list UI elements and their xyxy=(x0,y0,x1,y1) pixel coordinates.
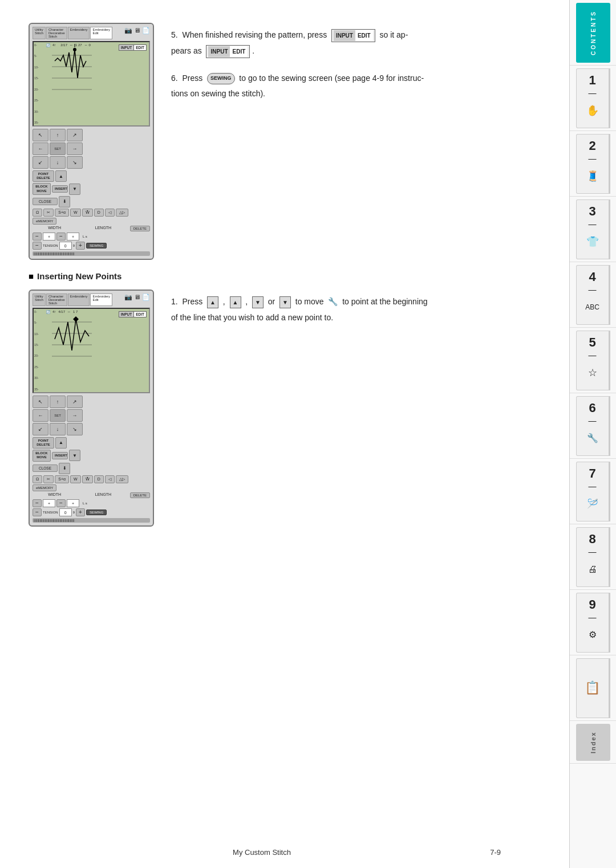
tension-minus-2[interactable]: − xyxy=(33,508,42,516)
utility-stitch-tab-2[interactable]: UtilityStitch xyxy=(33,294,46,306)
tab-w2-2[interactable]: W̃ xyxy=(82,475,93,483)
nav-down-2[interactable]: ↓ xyxy=(50,423,66,435)
scroll-down-2[interactable]: ▼ xyxy=(69,450,80,461)
sewing-btn-1[interactable]: SEWING xyxy=(86,243,107,248)
nav-right-2[interactable]: → xyxy=(67,409,83,422)
point-delete-btn-2[interactable]: POINTDELETE xyxy=(33,437,54,449)
tab-arr-2[interactable]: ◁ xyxy=(105,475,115,483)
sidebar-index-tab[interactable]: Index xyxy=(570,721,616,764)
scroll-bot-2[interactable]: ⬇ xyxy=(59,463,70,474)
close-btn-2[interactable]: CLOSE xyxy=(33,464,58,472)
comma-1: , xyxy=(223,297,225,306)
ruler2-0: 0- xyxy=(34,310,44,313)
nav-set-2[interactable]: SET xyxy=(50,409,66,422)
action-row-1: POINTDELETE ▲ BLOCKMOVE INSERT ▼ CLOSE ⬇ xyxy=(33,170,150,207)
ruler2-35: 35- xyxy=(34,388,44,391)
tab-4-number: 4 xyxy=(589,271,595,283)
sidebar-tab-2[interactable]: 2 — 🧵 xyxy=(570,131,616,197)
nav-left-2[interactable]: ← xyxy=(33,409,48,422)
sidebar-tab-9[interactable]: 9 — ⚙ xyxy=(570,590,616,655)
tab-memory-2[interactable]: eMEMORY xyxy=(33,484,56,491)
nav-topleft-2[interactable]: ↖ xyxy=(33,396,48,408)
nav-topleft-1[interactable]: ↖ xyxy=(33,129,48,141)
embroidery-edit-tab-2[interactable]: EmbroideryEdit xyxy=(90,294,112,306)
tab-tri-2[interactable]: △▷ xyxy=(116,475,128,483)
tab-omega-1[interactable]: Ω xyxy=(33,209,42,217)
sidebar-tab-5[interactable]: 5 — ☆ xyxy=(570,328,616,393)
embroidery-edit-tab[interactable]: EmbroideryEdit xyxy=(90,27,112,39)
sidebar-tab-6[interactable]: 6 — 🔧 xyxy=(570,393,616,459)
scroll-up-1[interactable]: ▲ xyxy=(55,170,67,182)
tension-plus-2[interactable]: + xyxy=(76,508,85,516)
tension-plus-1[interactable]: + xyxy=(76,242,85,250)
step-6-text: 6. Press SEWING to go to the sewing scre… xyxy=(171,72,552,101)
character-stitch-tab-2[interactable]: CharacterDecorativeStitch xyxy=(46,294,67,306)
insert-btn-1[interactable]: INSERT xyxy=(52,185,68,193)
tab-w1-1[interactable]: W xyxy=(70,209,81,217)
step-1-text: 1. Press ▲ , ▲ , ▼ or ▼ to move 🔧 xyxy=(171,295,552,325)
nav-down-1[interactable]: ↓ xyxy=(50,156,66,169)
tension-minus-1[interactable]: − xyxy=(33,242,42,250)
nav-right-1[interactable]: → xyxy=(67,142,83,155)
panel2-tabs-left: UtilityStitch CharacterDecorativeStitch … xyxy=(33,294,112,306)
tab-memory-1[interactable]: eMEMORY xyxy=(33,218,56,225)
sidebar-tab-1[interactable]: 1 — ✋ xyxy=(570,66,616,131)
page-footer: My Custom Stitch 7-9 xyxy=(0,848,524,857)
tab-salpha-1[interactable]: S+α xyxy=(55,209,69,217)
tab-tri-1[interactable]: △▷ xyxy=(116,209,128,217)
block-move-btn-2[interactable]: BLOCKMOVE xyxy=(33,450,51,461)
close-btn-1[interactable]: CLOSE xyxy=(33,198,58,205)
sewing-btn-2[interactable]: SEWING xyxy=(86,510,107,515)
nav-topright-2[interactable]: ↗ xyxy=(67,396,83,408)
step-6-line1: 6. Press SEWING to go to the sewing scre… xyxy=(171,72,552,85)
action-row-2: POINTDELETE ▲ BLOCKMOVE INSERT ▼ CLOSE ⬇ xyxy=(33,437,150,474)
nav-botleft-2[interactable]: ↙ xyxy=(33,423,48,435)
tab-w2-1[interactable]: W̃ xyxy=(82,209,93,217)
block-move-btn-1[interactable]: BLOCKMOVE xyxy=(33,183,51,194)
minus-width-2[interactable]: − xyxy=(33,499,42,507)
sidebar-contents-tab[interactable]: CONTENTS xyxy=(570,0,616,66)
minus-width-1[interactable]: − xyxy=(33,233,42,241)
tab-scissors-1[interactable]: ✂ xyxy=(43,209,54,217)
nav-botright-1[interactable]: ↘ xyxy=(67,156,83,169)
scroll-bot-1[interactable]: ⬇ xyxy=(59,196,70,207)
contents-label[interactable]: CONTENTS xyxy=(576,3,610,63)
sidebar-tab-4[interactable]: 4 — ABC xyxy=(570,262,616,328)
sidebar-book-tab[interactable]: 📋 xyxy=(570,655,616,721)
minus-len-2[interactable]: − xyxy=(56,499,66,507)
sidebar-tab-3[interactable]: 3 — 👕 xyxy=(570,197,616,262)
nav-botright-2[interactable]: ↘ xyxy=(67,423,83,435)
nav-left-1[interactable]: ← xyxy=(33,142,48,155)
point-delete-btn-1[interactable]: POINTDELETE xyxy=(33,170,54,182)
nav-topright-1[interactable]: ↗ xyxy=(67,129,83,141)
embroidery-tab[interactable]: Embroidery xyxy=(68,27,90,39)
utility-stitch-tab[interactable]: UtilityStitch xyxy=(33,27,46,39)
nav-up-2[interactable]: ↑ xyxy=(50,396,66,408)
footer-page: 7-9 xyxy=(490,848,501,857)
delete-btn-2[interactable]: DELETE xyxy=(130,492,150,498)
scroll-down-1[interactable]: ▼ xyxy=(69,184,80,195)
tab-d-2[interactable]: D xyxy=(94,475,104,483)
sidebar-tab-8[interactable]: 8 — 🖨 xyxy=(570,524,616,590)
step-1-text4: of the line that you wish to add a new p… xyxy=(171,313,333,322)
tab-w1-2[interactable]: W xyxy=(70,475,81,483)
index-label[interactable]: Index xyxy=(576,724,610,761)
tab-salpha-2[interactable]: S+α xyxy=(55,475,69,483)
nav-botleft-1[interactable]: ↙ xyxy=(33,156,48,169)
character-stitch-tab[interactable]: CharacterDecorativeStitch xyxy=(46,27,67,39)
scroll-up-2[interactable]: ▲ xyxy=(55,437,67,449)
top-icons-2: 📷 🖥 📄 xyxy=(124,294,150,301)
nav-set-1[interactable]: SET xyxy=(50,142,66,155)
delete-btn-1[interactable]: DELETE xyxy=(130,226,150,231)
tab-arr-1[interactable]: ◁ xyxy=(105,209,115,217)
nav-up-1[interactable]: ↑ xyxy=(50,129,66,141)
tab-scissors-2[interactable]: ✂ xyxy=(43,475,54,483)
tab-d-1[interactable]: D xyxy=(94,209,104,217)
minus-len-1[interactable]: − xyxy=(56,233,66,241)
sidebar-tab-7[interactable]: 7 — 🪡 xyxy=(570,459,616,524)
tab-9-icon: ⚙ xyxy=(581,624,604,646)
tab-8-dash: — xyxy=(589,548,597,556)
insert-btn-2[interactable]: INSERT xyxy=(52,452,68,459)
tab-omega-2[interactable]: Ω xyxy=(33,475,42,483)
embroidery-tab-2[interactable]: Embroidery xyxy=(68,294,90,306)
